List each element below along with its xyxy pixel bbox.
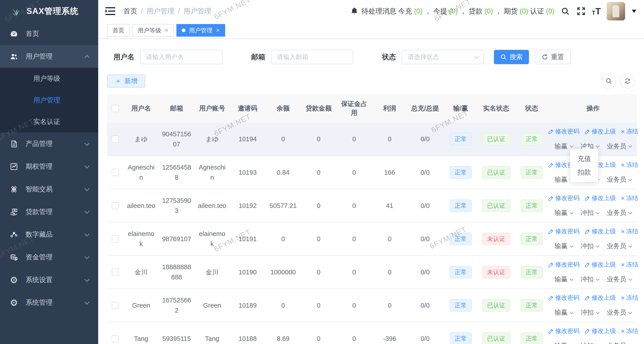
freeze-link[interactable]: ×冻结 (621, 260, 638, 270)
row-checkbox[interactable] (112, 136, 119, 143)
tab-home[interactable]: 首页 (107, 24, 130, 37)
cell-invite-code: 10189 (230, 289, 265, 322)
operation-dropdowns: 输赢冲扣业务员 (552, 341, 634, 344)
change-password-link[interactable]: 修改密码 (548, 293, 580, 303)
add-user-button[interactable]: ＋ 新增 (107, 74, 145, 88)
sidebar-item-system-management[interactable]: ⚙ 系统管理 (0, 291, 98, 314)
tab-user-management[interactable]: 用户管理 × (176, 24, 225, 37)
email-input[interactable] (271, 50, 353, 64)
sidebar-item-loan[interactable]: 贷款管理 (0, 201, 98, 223)
sidebar-item-realname-auth[interactable]: 实名认证 (0, 111, 98, 132)
dropdown-item-recharge[interactable]: 充值 (570, 152, 598, 165)
freeze-link[interactable]: ×冻结 (621, 293, 638, 303)
user-menu-caret-icon[interactable] (632, 10, 636, 13)
sidebar-item-user-management[interactable]: 用户管理 (0, 45, 98, 68)
tab-close-icon[interactable]: × (165, 27, 168, 33)
freeze-link[interactable]: ×冻结 (621, 194, 638, 203)
cell-balance: 1000000 (265, 256, 301, 289)
dropdown-trigger-输赢[interactable]: 输赢 (554, 208, 573, 218)
cell-win-lose-badge: 正常 (443, 256, 478, 289)
sidebar-item-user-management-sub[interactable]: 用户管理 (0, 89, 98, 111)
dropdown-item-deduct[interactable]: 扣款 (570, 165, 598, 179)
search-button[interactable]: 搜索 (494, 50, 529, 64)
realname-status-badge: 已认证 (482, 166, 510, 179)
row-checkbox[interactable] (112, 335, 119, 342)
dropdown-trigger-业务员[interactable]: 业务员 (607, 341, 632, 344)
sidebar-item-user-level[interactable]: 用户等级 (0, 68, 98, 89)
change-parent-link[interactable]: 修改上级 (584, 127, 616, 136)
change-password-link[interactable]: 修改密码 (548, 127, 580, 136)
row-checkbox[interactable] (112, 269, 119, 276)
row-checkbox[interactable] (112, 202, 119, 209)
edit-icon (548, 162, 554, 168)
operation-label: 修改密码 (555, 194, 580, 203)
breadcrumb-home[interactable]: 首页 (123, 6, 137, 16)
tab-close-icon[interactable]: × (216, 27, 220, 33)
row-checkbox[interactable] (112, 235, 119, 243)
dropdown-trigger-输赢[interactable]: 输赢 (554, 341, 573, 344)
dropdown-trigger-业务员[interactable]: 业务员 (607, 241, 632, 251)
change-parent-link[interactable]: 修改上级 (584, 260, 616, 270)
change-parent-link[interactable]: 修改上级 (584, 293, 616, 303)
sidebar-item-home[interactable]: 首页 (0, 22, 98, 45)
breadcrumb-user-management[interactable]: 用户管理 (146, 6, 174, 16)
change-parent-link[interactable]: 修改上级 (584, 327, 616, 336)
row-checkbox[interactable] (112, 169, 119, 176)
change-parent-link[interactable]: 修改上级 (584, 194, 616, 203)
reset-button[interactable]: 重置 (535, 50, 571, 64)
dropdown-trigger-冲扣[interactable]: 冲扣 (581, 307, 599, 318)
change-password-link[interactable]: 修改密码 (548, 194, 580, 203)
freeze-link[interactable]: ×冻结 (621, 160, 638, 170)
dropdown-trigger-业务员[interactable]: 业务员 (607, 141, 632, 151)
row-checkbox[interactable] (112, 302, 119, 309)
dropdown-trigger-冲扣[interactable]: 冲扣 (581, 208, 599, 218)
dropdown-trigger-输赢[interactable]: 输赢 (554, 307, 573, 318)
dropdown-trigger-冲扣[interactable]: 冲扣 (581, 241, 599, 251)
freeze-link[interactable]: ×冻结 (621, 127, 638, 136)
user-avatar[interactable] (607, 2, 625, 20)
sidebar-item-options[interactable]: 期权管理 (0, 155, 98, 178)
message-count: (0) (449, 7, 458, 15)
table-search-toggle-button[interactable] (601, 74, 616, 88)
filter-bar: 用户名 邮箱 状态 请选择状态 搜索 重置 (114, 50, 636, 64)
status-select[interactable]: 请选择状态 (402, 50, 484, 64)
edit-icon (548, 129, 554, 134)
operation-dropdowns: 输赢冲扣业务员 (552, 208, 634, 218)
dropdown-trigger-输赢[interactable]: 输赢 (554, 241, 573, 251)
dropdown-trigger-冲扣[interactable]: 冲扣 (581, 274, 599, 284)
sidebar-item-funds[interactable]: 资金管理 (0, 246, 98, 269)
sidebar-item-smart-trade[interactable]: 智能交易 (0, 178, 98, 201)
change-password-link[interactable]: 修改密码 (548, 260, 580, 270)
font-size-icon[interactable]: TT (592, 6, 601, 16)
dropdown-trigger-业务员[interactable]: 业务员 (607, 307, 632, 318)
dropdown-trigger-业务员[interactable]: 业务员 (607, 174, 632, 185)
tab-bar: 首页 用户等级 × 用户管理 × (98, 22, 644, 39)
logo: SAX管理系统 (0, 0, 98, 22)
fullscreen-icon[interactable] (576, 6, 586, 16)
cell-account: まゆ (194, 123, 230, 156)
table-refresh-button[interactable] (620, 74, 635, 88)
dropdown-trigger-业务员[interactable]: 业务员 (607, 274, 632, 284)
sidebar-item-system-settings[interactable]: ⚙ 系统设置 (0, 269, 98, 291)
freeze-link[interactable]: ×冻结 (621, 327, 638, 336)
operation-label: 冻结 (626, 227, 638, 236)
recharge-deduct-dropdown: 充值 扣款 (570, 149, 598, 182)
operation-label: 修改密码 (555, 327, 580, 336)
change-password-link[interactable]: 修改密码 (548, 227, 580, 236)
search-icon[interactable] (560, 6, 570, 16)
cell-margin: 0 (336, 322, 372, 344)
tab-user-level[interactable]: 用户等级 × (132, 24, 174, 37)
pending-messages[interactable]: 待处理消息 今充 (0) ， 今提 (0) ， 贷款 (0) ， 期货 (0) … (350, 6, 554, 16)
sidebar-item-product[interactable]: 产品管理 (0, 132, 98, 155)
dropdown-trigger-业务员[interactable]: 业务员 (607, 208, 632, 218)
freeze-link[interactable]: ×冻结 (621, 227, 638, 236)
select-all-checkbox[interactable] (112, 105, 119, 112)
dropdown-trigger-输赢[interactable]: 输赢 (554, 274, 573, 284)
username-input[interactable] (140, 50, 222, 64)
sidebar-collapse-icon[interactable] (105, 6, 116, 16)
dropdown-trigger-冲扣[interactable]: 冲扣 (581, 341, 599, 344)
change-parent-link[interactable]: 修改上级 (584, 227, 616, 236)
change-password-link[interactable]: 修改密码 (548, 327, 580, 336)
sidebar-item-digital-collection[interactable]: 数字藏品 (0, 223, 98, 246)
cell-checkbox (107, 189, 123, 222)
